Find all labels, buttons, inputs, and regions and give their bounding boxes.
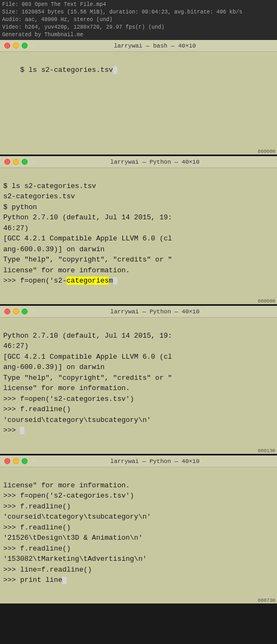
traffic-lights-1 bbox=[4, 43, 28, 49]
close-button-1[interactable] bbox=[4, 43, 10, 49]
titlebar-3: ⬆ larrywai — Python — 40×10 bbox=[0, 306, 277, 318]
terminal-body-4[interactable]: license" for more information. >>> f=ope… bbox=[0, 467, 277, 598]
maximize-button-4[interactable] bbox=[22, 458, 28, 464]
minimize-button-3[interactable] bbox=[13, 308, 19, 314]
frame-num-1: 000000 bbox=[0, 149, 277, 155]
window-icon-1: ⬆ bbox=[32, 42, 36, 49]
terminal-body-3[interactable]: Python 2.7.10 (default, Jul 14 2015, 19:… bbox=[0, 318, 277, 448]
titlebar-text-2: larrywai — Python — 40×10 bbox=[37, 159, 273, 165]
close-button-3[interactable] bbox=[4, 308, 10, 314]
traffic-lights-3 bbox=[4, 308, 28, 314]
terminal-window-4: ⬆ larrywai — Python — 40×10 license" for… bbox=[0, 455, 277, 603]
traffic-lights-2 bbox=[4, 159, 28, 165]
terminal-window-2: ⬆ larrywai — Python — 40×10 $ ls s2-cate… bbox=[0, 156, 277, 304]
video-info-line2: Size: 1620854 bytes (15.56 MiB), duratio… bbox=[2, 9, 275, 16]
window-icon-2: ⬆ bbox=[32, 158, 36, 165]
titlebar-text-1: larrywai — bash — 40×10 bbox=[37, 43, 273, 49]
minimize-button-1[interactable] bbox=[13, 43, 19, 49]
titlebar-2: ⬆ larrywai — Python — 40×10 bbox=[0, 156, 277, 168]
maximize-button-3[interactable] bbox=[22, 308, 28, 314]
maximize-button-2[interactable] bbox=[22, 159, 28, 165]
titlebar-text-3: larrywai — Python — 40×10 bbox=[37, 308, 273, 315]
minimize-button-2[interactable] bbox=[13, 159, 19, 165]
close-button-2[interactable] bbox=[4, 159, 10, 165]
video-info-line3: Audio: aac, 48000 Hz, stereo (und) bbox=[2, 16, 275, 24]
window-icon-4: ⬆ bbox=[32, 458, 36, 465]
highlight-categories: categories bbox=[67, 277, 109, 285]
window4-content: license" for more information. >>> f=ope… bbox=[3, 481, 151, 585]
titlebar-4: ⬆ larrywai — Python — 40×10 bbox=[0, 455, 277, 467]
titlebar-1: ⬆ larrywai — bash — 40×10 bbox=[0, 40, 277, 52]
terminal-window-3: ⬆ larrywai — Python — 40×10 Python 2.7.1… bbox=[0, 306, 277, 454]
maximize-button-1[interactable] bbox=[22, 43, 28, 49]
terminal-window-1: ⬆ larrywai — bash — 40×10 $ ls s2-catego… bbox=[0, 40, 277, 155]
line-2-1: $ ls s2-categories.tsv s2-categories.tsv… bbox=[3, 182, 172, 285]
frame-num-3: 000130 bbox=[0, 448, 277, 454]
traffic-lights-4 bbox=[4, 458, 28, 464]
close-button-4[interactable] bbox=[4, 458, 10, 464]
cursor-2 bbox=[113, 277, 117, 285]
line-2-after: m bbox=[109, 277, 113, 285]
frame-num-2: 000000 bbox=[0, 299, 277, 304]
minimize-button-4[interactable] bbox=[13, 458, 19, 464]
terminal-body-1[interactable]: $ ls s2-categories.tsv bbox=[0, 52, 277, 149]
frame-num-4: 000730 bbox=[0, 598, 277, 603]
bash-command-1: $ ls s2-categories.tsv bbox=[20, 66, 113, 74]
cursor-4 bbox=[62, 576, 67, 584]
window3-content: Python 2.7.10 (default, Jul 14 2015, 19:… bbox=[3, 332, 172, 435]
video-info-line4: Video: h264, yuv420p, 1280x720, 29.97 fp… bbox=[2, 24, 275, 31]
video-info-line1: File: 003 Open The Text File.mp4 bbox=[2, 1, 275, 9]
titlebar-text-4: larrywai — Python — 40×10 bbox=[37, 458, 273, 465]
video-info-bar: File: 003 Open The Text File.mp4 Size: 1… bbox=[0, 0, 277, 40]
terminal-body-2[interactable]: $ ls s2-categories.tsv s2-categories.tsv… bbox=[0, 168, 277, 299]
cursor-3 bbox=[20, 427, 24, 434]
cursor-1 bbox=[113, 66, 117, 74]
window-icon-3: ⬆ bbox=[32, 308, 36, 315]
video-info-line5: Generated by Thumbnail.me bbox=[2, 31, 275, 39]
